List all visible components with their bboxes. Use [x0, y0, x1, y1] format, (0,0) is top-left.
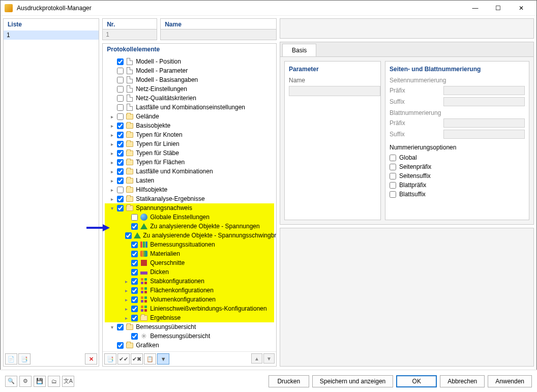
- tree-row[interactable]: ▸Basisobjekte: [105, 121, 274, 130]
- new-list-button[interactable]: 📄: [5, 353, 17, 365]
- tree-checkbox[interactable]: [131, 260, 138, 266]
- tree-checkbox[interactable]: [131, 306, 138, 312]
- tree-btn-1[interactable]: 📑: [104, 353, 116, 365]
- tree-body[interactable]: Modell - PositionModell - ParameterModel…: [103, 56, 276, 366]
- apply-button[interactable]: Anwenden: [488, 375, 532, 387]
- tree-checkbox[interactable]: [131, 296, 138, 303]
- numbering-option-checkbox[interactable]: [390, 173, 396, 179]
- tree-row[interactable]: Dicken: [105, 267, 274, 277]
- maximize-button[interactable]: ☐: [487, 1, 510, 16]
- caret-icon[interactable]: ▾: [109, 205, 115, 211]
- tree-row[interactable]: ▸Stabkonfigurationen: [105, 277, 274, 286]
- tree-checkbox[interactable]: [131, 315, 138, 321]
- tree-checkbox[interactable]: [117, 196, 124, 202]
- tree-row[interactable]: ▸Lastfälle und Kombinationen: [105, 167, 274, 176]
- tree-row[interactable]: ▾Spannungsnachweis: [105, 203, 274, 213]
- translate-button[interactable]: 文A: [62, 376, 74, 387]
- tree-checkbox[interactable]: [117, 68, 124, 74]
- caret-icon[interactable]: ▾: [109, 324, 115, 330]
- ok-button[interactable]: OK: [396, 375, 437, 387]
- tree-row[interactable]: Netz-Einstellungen: [105, 84, 274, 94]
- settings-button[interactable]: ⚙: [19, 376, 32, 387]
- caret-icon[interactable]: ▸: [109, 132, 115, 138]
- tree-checkbox[interactable]: [117, 113, 124, 120]
- tree-row[interactable]: ▸Flächenkonfigurationen: [105, 286, 274, 295]
- tree-checkbox[interactable]: [117, 205, 124, 212]
- tree-checkbox[interactable]: [131, 223, 138, 230]
- numbering-option-checkbox[interactable]: [390, 182, 396, 189]
- tree-checkbox[interactable]: [117, 123, 124, 129]
- tree-btn-copy[interactable]: 📋: [144, 353, 156, 365]
- delete-list-button[interactable]: ✕: [85, 353, 97, 365]
- tree-checkbox[interactable]: [131, 242, 138, 248]
- tree-row[interactable]: ▾Bemessungsübersicht: [105, 322, 274, 331]
- caret-icon[interactable]: ▸: [109, 150, 115, 156]
- tree-checkbox[interactable]: [117, 95, 124, 102]
- tree-checkbox[interactable]: [117, 132, 124, 138]
- tree-row[interactable]: ▸Gelände: [105, 112, 274, 121]
- tree-checkbox[interactable]: [117, 141, 124, 147]
- tree-row[interactable]: Zu analysierende Objekte - Spannungen: [105, 222, 274, 231]
- tree-checkbox[interactable]: [125, 232, 132, 239]
- save-template-button[interactable]: 💾: [34, 376, 46, 387]
- tree-checkbox[interactable]: [131, 278, 138, 285]
- sheet-suffix-input[interactable]: [443, 130, 525, 139]
- tree-row[interactable]: Modell - Basisangaben: [105, 75, 274, 84]
- tree-row[interactable]: ▸Statikanalyse-Ergebnisse: [105, 194, 274, 203]
- close-button[interactable]: ✕: [510, 1, 532, 16]
- caret-icon[interactable]: ▸: [123, 288, 129, 293]
- tree-row[interactable]: ✳Bemessungsübersicht: [105, 331, 274, 341]
- tree-row[interactable]: ▸Typen für Flächen: [105, 158, 274, 167]
- tree-row[interactable]: Zu analysierende Objekte - Spannungsschw…: [105, 231, 274, 240]
- tree-checkbox[interactable]: [117, 187, 124, 193]
- tree-checkbox[interactable]: [117, 86, 124, 93]
- caret-icon[interactable]: ▸: [123, 315, 129, 321]
- tree-row[interactable]: ▸Linienschweißverbindungs-Konfiguratione…: [105, 304, 274, 313]
- tree-row[interactable]: Bemessungssituationen: [105, 240, 274, 249]
- tree-checkbox[interactable]: [131, 251, 138, 257]
- tree-row[interactable]: Globale Einstellungen: [105, 213, 274, 222]
- tree-checkbox[interactable]: [117, 177, 124, 184]
- move-up-button[interactable]: ▲: [251, 353, 262, 364]
- tree-checkbox[interactable]: [117, 342, 124, 349]
- numbering-option-checkbox[interactable]: [390, 191, 396, 198]
- caret-icon[interactable]: ▸: [109, 123, 115, 129]
- move-down-button[interactable]: ▼: [263, 353, 275, 364]
- caret-icon[interactable]: ▸: [123, 279, 129, 284]
- help-button[interactable]: 🔍: [5, 376, 17, 387]
- tab-basis[interactable]: Basis: [282, 44, 316, 56]
- tree-row[interactable]: Netz-Qualitätskriterien: [105, 94, 274, 103]
- tree-row[interactable]: ▸Ergebnisse: [105, 313, 274, 322]
- tree-checkbox[interactable]: [117, 104, 124, 111]
- caret-icon[interactable]: ▸: [123, 306, 129, 312]
- name-input[interactable]: [160, 29, 277, 40]
- tree-btn-check-all[interactable]: ✔✔: [117, 353, 130, 365]
- tree-row[interactable]: ▸Typen für Linien: [105, 139, 274, 148]
- tree-row[interactable]: Modell - Position: [105, 57, 274, 66]
- nr-input[interactable]: [102, 29, 157, 40]
- liste-row[interactable]: 1: [4, 31, 99, 40]
- page-suffix-input[interactable]: [443, 97, 525, 106]
- tree-checkbox[interactable]: [117, 77, 124, 83]
- tree-checkbox[interactable]: [131, 214, 138, 221]
- tree-row[interactable]: Grafiken: [105, 341, 274, 350]
- caret-icon[interactable]: ▸: [109, 178, 115, 184]
- manage-button[interactable]: 🗂: [48, 376, 60, 387]
- numbering-option-checkbox[interactable]: [390, 164, 396, 170]
- caret-icon[interactable]: ▸: [109, 160, 115, 165]
- tree-checkbox[interactable]: [117, 58, 124, 65]
- tree-row[interactable]: Lastfälle und Kombinationseinstellungen: [105, 103, 274, 112]
- numbering-option-checkbox[interactable]: [390, 155, 396, 161]
- tree-row[interactable]: ▸Typen für Knoten: [105, 130, 274, 139]
- tree-checkbox[interactable]: [117, 168, 124, 175]
- tree-row[interactable]: ▸Lasten: [105, 176, 274, 185]
- tree-checkbox[interactable]: [131, 269, 138, 276]
- tree-checkbox[interactable]: [117, 150, 124, 157]
- tree-row[interactable]: ▸Typen für Stäbe: [105, 148, 274, 158]
- tree-row[interactable]: Materialien: [105, 249, 274, 258]
- tree-checkbox[interactable]: [131, 287, 138, 294]
- caret-icon[interactable]: ▸: [109, 114, 115, 119]
- tree-checkbox[interactable]: [131, 333, 138, 340]
- tree-btn-uncheck[interactable]: ✔✖: [131, 353, 143, 365]
- tree-checkbox[interactable]: [117, 324, 124, 330]
